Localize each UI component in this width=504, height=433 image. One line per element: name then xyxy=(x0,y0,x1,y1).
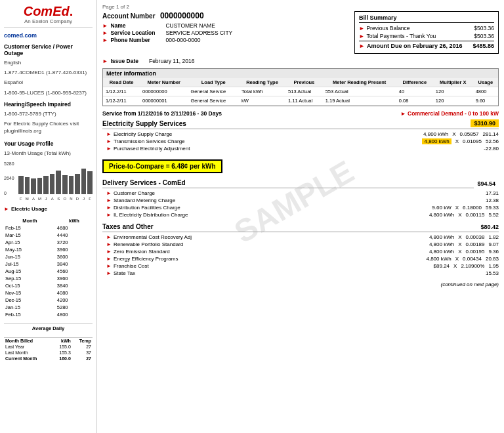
bill-summary-box: Bill Summary ►Previous Balance$503.36►To… xyxy=(354,11,499,54)
meter-table: Read DateMeter NumberLoad TypeReading Ty… xyxy=(103,78,498,106)
name-arrow: ► xyxy=(102,22,108,29)
chart-bar xyxy=(56,171,61,194)
eu-cell: 3960 xyxy=(56,246,93,253)
phone-label: Phone Number xyxy=(110,37,163,43)
taxes-title: Taxes and Other xyxy=(102,223,154,230)
supply-calc: -22.80 xyxy=(472,146,499,152)
eu-cell: Jul-15 xyxy=(4,260,56,268)
electricity-supply-section: Electricity Supply Services $310.90 ►Ele… xyxy=(102,119,499,152)
supply-row-left: ►Purchased Electricity Adjustment xyxy=(106,146,190,152)
delivery-kwh: 9.60 kW xyxy=(432,205,451,211)
bill-row-label: ►Previous Balance xyxy=(359,25,410,31)
delivery-amount: 5.52 xyxy=(488,212,499,218)
eu-cell: Mar-15 xyxy=(4,232,56,239)
chart-bar xyxy=(87,171,93,194)
phone-arrow: ► xyxy=(102,37,108,43)
tax-row: ►Zero Emission Standard4,800 kWhX0.00195… xyxy=(102,249,499,255)
eu-cell: 5280 xyxy=(56,304,93,311)
logo-area: ComEd. An Exelon Company xyxy=(4,4,93,28)
comed-logo: ComEd. xyxy=(4,4,93,18)
supply-amount: -22.80 xyxy=(484,146,499,152)
eu-cell: Nov-15 xyxy=(4,289,56,297)
customer-service-title: Customer Service / Power Outage xyxy=(4,43,93,56)
tax-arrow: ► xyxy=(106,234,112,240)
bill-summary-row: ►Amount Due on February 26, 2016$485.86 xyxy=(359,41,494,49)
chart-x-label: D xyxy=(75,197,80,201)
eu-table-row: Sep-153960 xyxy=(4,275,93,282)
website-label: comed.com xyxy=(4,32,93,39)
tax-amount: 9.07 xyxy=(488,241,499,247)
tax-calc: 4,800 kWhX0.000381.82 xyxy=(429,234,499,240)
eu-cell: Sep-15 xyxy=(4,275,56,282)
chart-bar xyxy=(18,176,24,194)
delivery-rate: 0.00115 xyxy=(466,212,485,218)
delivery-row-left: ►IL Electricity Distribution Charge xyxy=(106,212,188,218)
meter-cell: 553 Actual xyxy=(323,87,396,96)
bars-container xyxy=(18,161,93,194)
phone-value: 000-000-0000 xyxy=(165,37,200,43)
issue-value: February 11, 2016 xyxy=(149,58,194,64)
tax-amount: 15.53 xyxy=(486,270,499,276)
tax-row-left: ►Environmental Cost Recovery Adj xyxy=(106,234,192,240)
tax-x: X xyxy=(458,249,461,255)
usage-profile-title: Your Usage Profile xyxy=(4,140,93,147)
electric-supply-text: For Electric Supply Choices visit plugin… xyxy=(4,120,93,134)
avg-cell: Last Month xyxy=(4,350,52,356)
supply-arrow: ► xyxy=(106,131,112,137)
bill-row-amount: $503.36 xyxy=(474,33,494,39)
delivery-x: X xyxy=(455,205,459,211)
delivery-row-left: ►Standard Metering Charge xyxy=(106,197,175,203)
service-label: Service Location xyxy=(110,30,163,36)
issue-arrow: ► xyxy=(102,58,108,64)
eu-col-month: Month xyxy=(4,217,56,224)
eu-cell: Jan-15 xyxy=(4,304,56,311)
chart-bar xyxy=(50,174,55,194)
account-number: 0000000000 xyxy=(160,11,204,20)
avg-daily-table: Month BilledkWhTemp Last Year155.027Last… xyxy=(4,337,93,361)
meter-cell: 1.19 Actual xyxy=(323,96,396,106)
tax-label: State Tax xyxy=(114,270,135,276)
tax-arrow: ► xyxy=(106,270,112,276)
meter-cell: 1/12-2/11 xyxy=(103,96,140,106)
tax-rate: 0.00195 xyxy=(466,249,485,255)
account-header: Account Number 0000000000 ► Name CUSTOME… xyxy=(102,11,499,54)
eu-cell: Oct-15 xyxy=(4,282,56,289)
meter-cell: kW xyxy=(239,96,285,106)
tax-label: Energy Efficiency Programs xyxy=(114,256,178,262)
chart-x-label: O xyxy=(62,197,68,201)
meter-col-header: Meter Reading Present xyxy=(323,78,396,87)
y-label-mid: 2640 xyxy=(4,176,14,180)
eu-table-row: Feb-154800 xyxy=(4,311,93,318)
meter-cell: 1/12-2/11 xyxy=(103,87,140,96)
supply-arrow: ► xyxy=(106,138,112,144)
delivery-amount: 12.38 xyxy=(486,197,499,203)
eu-cell: 3840 xyxy=(56,282,93,289)
account-label: Account Number xyxy=(102,12,156,20)
eu-table-row: Dec-154200 xyxy=(4,297,93,304)
meter-cell: 120 xyxy=(433,96,473,106)
sidebar: ComEd. An Exelon Company comed.com Custo… xyxy=(0,0,97,433)
tax-amount: 9.36 xyxy=(488,249,499,255)
tax-calc: $89.24X2.18900%1.95 xyxy=(434,263,499,269)
tax-row-left: ►State Tax xyxy=(106,270,135,276)
chart-x-label: M xyxy=(37,197,43,201)
chart-x-label: M xyxy=(25,197,30,201)
name-value: CUSTOMER NAME xyxy=(165,22,215,29)
eu-table-row: Jul-153840 xyxy=(4,260,93,268)
bill-summary-row: ►Total Payments - Thank You$503.36 xyxy=(359,33,494,39)
y-label-low: 0 xyxy=(4,191,14,196)
delivery-rate: 6.18000 xyxy=(463,205,482,211)
usage-subtitle: 13-Month Usage (Total kWh) xyxy=(4,150,93,157)
eu-table-row: Nov-154080 xyxy=(4,289,93,297)
supply-label: Purchased Electricity Adjustment xyxy=(114,146,190,152)
bill-row-arrow: ► xyxy=(359,43,365,49)
eu-cell: Feb-15 xyxy=(4,224,56,232)
tax-amount: 1.82 xyxy=(488,234,499,240)
avg-daily-header: Average Daily xyxy=(4,323,93,331)
supply-calc: 4,800 kWhX0.05857281.14 xyxy=(423,131,499,137)
delivery-row: ►Standard Metering Charge12.38 xyxy=(102,197,499,203)
delivery-amount: 59.33 xyxy=(486,205,499,211)
avg-col-header: kWh xyxy=(52,337,72,344)
delivery-arrow: ► xyxy=(106,197,112,203)
meter-cell: 40 xyxy=(396,87,433,96)
